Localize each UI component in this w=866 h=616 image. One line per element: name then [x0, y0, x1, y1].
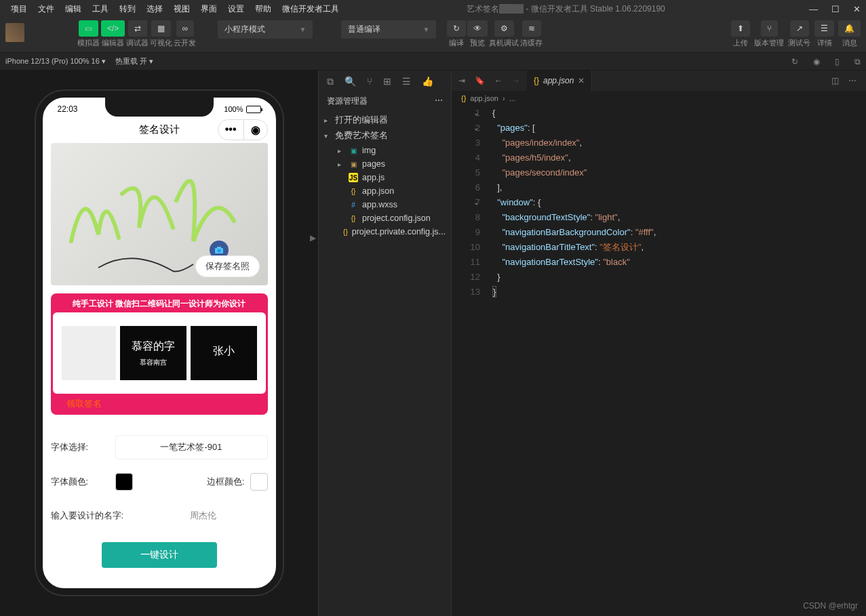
back-icon[interactable]: ←: [494, 76, 503, 85]
compile-select[interactable]: 普通编译▼: [341, 20, 436, 39]
close-icon[interactable]: ✕: [853, 4, 861, 14]
name-input-label: 输入要设计的名字:: [51, 510, 139, 522]
toolbar: ▭模拟器</>编辑器⇄调试器▦可视化∞云开发 小程序模式▼ 普通编译▼ ↻编译👁…: [0, 18, 866, 53]
sample-card-2[interactable]: 张小: [191, 326, 257, 380]
get-signature-link[interactable]: 领取签名: [53, 394, 266, 413]
maximize-icon[interactable]: ☐: [831, 4, 840, 14]
menu-item[interactable]: 工具: [87, 1, 114, 16]
version-button[interactable]: ⑂: [761, 20, 778, 37]
sample-card-1[interactable]: 慕容的字慕容南宫: [120, 326, 186, 380]
file-node[interactable]: # app.wxss: [319, 198, 451, 211]
realdebug-button[interactable]: ⚙: [494, 20, 514, 37]
menu-item[interactable]: 视图: [168, 1, 195, 16]
file-node[interactable]: ▸▣ img: [319, 144, 451, 157]
more-icon[interactable]: ⋯: [435, 96, 443, 107]
menu-item[interactable]: 设置: [222, 1, 250, 16]
hotreload-toggle[interactable]: 热重载 开 ▾: [115, 56, 153, 66]
file-node[interactable]: ▸▣ pages: [319, 157, 451, 171]
menu-item[interactable]: 项目: [5, 1, 33, 16]
name-input[interactable]: 周杰伦: [139, 504, 268, 527]
refresh-icon[interactable]: ↻: [791, 57, 798, 66]
simulator-panel: 22:03 100% 签名设计 •••◉ 保存签名照 纯手工设计 微信扫二维码让…: [0, 70, 319, 616]
signature-preview: 保存签名照: [51, 143, 268, 285]
menu-item[interactable]: 帮助: [250, 1, 277, 16]
promo-title: 纯手工设计 微信扫二维码让同一设计师为你设计: [53, 295, 266, 312]
popout-icon[interactable]: ⧉: [854, 57, 861, 66]
testacc-button[interactable]: ↗: [790, 20, 809, 37]
status-battery: 100%: [224, 104, 260, 114]
design-button[interactable]: 一键设计: [102, 542, 217, 568]
json-icon: {}: [534, 76, 539, 85]
menu-item[interactable]: 微信开发者工具: [277, 1, 345, 16]
font-picker[interactable]: 一笔艺术签-901: [115, 435, 268, 459]
message-button[interactable]: 🔔: [838, 20, 861, 37]
simulator-sub-toolbar: iPhone 12/13 (Pro) 100% 16 ▾ 热重载 开 ▾ ↻ ◉…: [0, 53, 866, 70]
forward-icon[interactable]: →: [512, 76, 520, 85]
open-editors-section[interactable]: ▸打开的编辑器: [319, 112, 451, 128]
bookmark-icon[interactable]: 🔖: [475, 76, 485, 85]
simulator-button[interactable]: ▭: [79, 20, 98, 37]
menu-item[interactable]: 转到: [114, 1, 141, 16]
search-icon[interactable]: 🔍: [345, 76, 356, 87]
page-title: 签名设计: [139, 123, 180, 136]
compile-button[interactable]: ↻: [447, 20, 466, 37]
cloud-button[interactable]: ∞: [176, 20, 195, 37]
capsule-close-icon[interactable]: ◉: [244, 120, 267, 140]
explorer-title: 资源管理器: [327, 96, 368, 107]
font-label: 字体选择:: [51, 441, 115, 453]
files-icon[interactable]: ⧉: [327, 76, 334, 87]
tab-more-icon[interactable]: ⋯: [848, 76, 857, 85]
editor-tab[interactable]: {} app.json ✕: [527, 70, 592, 91]
svg-point-2: [217, 249, 220, 253]
font-color-picker[interactable]: [115, 473, 133, 491]
watermark: CSDN @erhtgr: [803, 601, 858, 611]
code-editor[interactable]: 1⌄2⌄34567⌄8910111213 { "pages": [ "pages…: [452, 106, 866, 300]
record-icon[interactable]: ◉: [813, 57, 820, 66]
list-icon[interactable]: ☰: [402, 76, 411, 87]
project-root[interactable]: ▾免费艺术签名: [319, 128, 451, 144]
font-color-label: 字体颜色:: [51, 476, 115, 488]
avatar[interactable]: [5, 23, 24, 42]
file-node[interactable]: {} project.config.json: [319, 211, 451, 225]
minimize-icon[interactable]: —: [809, 4, 818, 14]
clearcache-button[interactable]: ≋: [522, 20, 541, 37]
expand-handle[interactable]: ▶: [310, 233, 318, 260]
border-color-label: 边框颜色:: [207, 476, 245, 488]
promo-box: 纯手工设计 微信扫二维码让同一设计师为你设计 慕容的字慕容南宫 张小 领取签名: [51, 293, 268, 415]
visualize-button[interactable]: ▦: [151, 20, 171, 37]
editor-button[interactable]: </>: [101, 20, 125, 37]
thumb-icon[interactable]: 👍: [422, 76, 433, 87]
file-node[interactable]: {} app.json: [319, 184, 451, 198]
menu-item[interactable]: 编辑: [60, 1, 87, 16]
mode-select[interactable]: 小程序模式▼: [218, 20, 313, 39]
debugger-button[interactable]: ⇄: [128, 20, 147, 37]
file-node[interactable]: {} project.private.config.js...: [319, 225, 451, 239]
svg-rect-1: [217, 247, 221, 249]
branch-icon[interactable]: ⑂: [367, 76, 372, 87]
phone-frame: 22:03 100% 签名设计 •••◉ 保存签名照 纯手工设计 微信扫二维码让…: [36, 91, 283, 595]
preview-button[interactable]: 👁: [467, 20, 488, 37]
explorer-panel: ⧉ 🔍 ⑂ ⊞ ☰ 👍 资源管理器 ⋯ ▸打开的编辑器 ▾免费艺术签名 ▸▣ i…: [319, 70, 452, 616]
capsule-menu-icon[interactable]: •••: [218, 120, 244, 140]
toggle-sidebar-icon[interactable]: ⇥: [458, 76, 465, 85]
blurred-image: [62, 326, 116, 380]
close-tab-icon[interactable]: ✕: [578, 76, 585, 85]
save-signature-button[interactable]: 保存签名照: [195, 255, 260, 277]
menu-item[interactable]: 文件: [33, 1, 60, 16]
editor-panel: ⇥ 🔖 ← → {} app.json ✕ ◫ ⋯ {}app.json › .…: [452, 70, 866, 616]
detail-button[interactable]: ☰: [814, 20, 834, 37]
menu-item[interactable]: 界面: [195, 1, 222, 16]
device-icon[interactable]: ▯: [835, 57, 840, 66]
split-editor-icon[interactable]: ◫: [831, 76, 839, 85]
capsule[interactable]: •••◉: [218, 119, 268, 140]
menu-item[interactable]: 选择: [141, 1, 168, 16]
device-select[interactable]: iPhone 12/13 (Pro) 100% 16 ▾: [5, 57, 106, 66]
breadcrumb[interactable]: {}app.json › ...: [452, 91, 866, 106]
menu-bar: 项目文件编辑工具转到选择视图界面设置帮助微信开发者工具 艺术签名察码网 - 微信…: [0, 0, 866, 18]
upload-button[interactable]: ⬆: [731, 20, 750, 37]
file-node[interactable]: JS app.js: [319, 171, 451, 184]
border-color-picker[interactable]: [250, 473, 268, 491]
app-title: 艺术签名察码网 - 微信开发者工具 Stable 1.06.2209190: [467, 3, 665, 15]
grid-icon[interactable]: ⊞: [383, 76, 391, 87]
phone-notch: [105, 98, 214, 117]
